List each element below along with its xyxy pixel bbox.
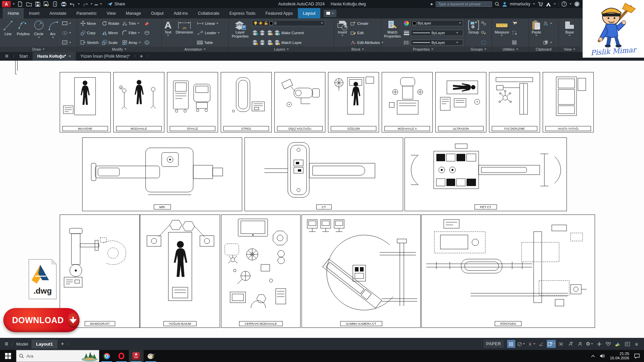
tab-collaborate[interactable]: Collaborate	[193, 8, 224, 18]
annotation-visibility-toggle[interactable]	[567, 340, 575, 348]
ortho-toggle[interactable]	[537, 340, 545, 348]
offset-button[interactable]	[144, 39, 150, 46]
lineweight-combo[interactable]: ByLayer	[411, 30, 463, 36]
layout1-tab[interactable]: Layout1	[32, 340, 58, 349]
feedback-icon[interactable]	[574, 1, 580, 7]
taskbar-chrome[interactable]	[99, 350, 114, 362]
copy-clip-button[interactable]	[543, 39, 552, 46]
polyline-button[interactable]: Polyline	[15, 19, 31, 46]
scale-button[interactable]: Scale	[102, 39, 119, 46]
match-layer-button[interactable]: Match Layer	[252, 39, 332, 46]
speaker-icon[interactable]	[600, 354, 605, 358]
customization-menu[interactable]: ≡	[633, 340, 641, 348]
new-drawing-tab-button[interactable]: +	[136, 52, 147, 61]
paper-space-toggle[interactable]: PAPER	[484, 340, 504, 348]
app-menu-caret-icon[interactable]	[13, 3, 15, 5]
redo-icon[interactable]	[82, 1, 89, 7]
panel-footer-clipboard[interactable]: Clipboard	[529, 47, 558, 52]
drawing-frame-ct[interactable]: CT	[245, 137, 403, 211]
stretch-button[interactable]: Stretch	[80, 39, 99, 46]
panel-footer-annotation[interactable]: Annotation	[162, 47, 228, 52]
move-button[interactable]: Move	[80, 20, 99, 26]
redo-caret-icon[interactable]	[91, 3, 93, 5]
search-expand-icon[interactable]: ▶	[431, 2, 433, 6]
tab-addins[interactable]: Add-ins	[169, 8, 193, 18]
drawing-frame-rontgen[interactable]: RÖNTGEN	[421, 215, 595, 328]
dwg-file-icon[interactable]: .dwg	[27, 259, 57, 301]
ellipse-button[interactable]	[62, 30, 71, 36]
new-file-icon[interactable]	[17, 1, 23, 7]
drawing-frame-yogun-bakim[interactable]: YOĞUN BAKIM	[140, 215, 220, 328]
paste-button[interactable]: Paste	[531, 19, 542, 46]
dimension-button[interactable]: Dimension	[175, 19, 194, 46]
panel-footer-modify[interactable]: Modify	[77, 47, 161, 52]
drawing-frame-cerrahi-mudahale[interactable]: CERRAHİ MÜDAHALE	[221, 215, 301, 328]
annotation-scale-settings[interactable]: ⚙	[585, 340, 594, 348]
text-button[interactable]: A Text	[163, 19, 173, 46]
measure-button[interactable]: Measure	[494, 19, 510, 46]
save-as-icon[interactable]	[43, 1, 50, 7]
selection-cycling-toggle[interactable]	[557, 340, 565, 348]
file-tab-hasta-koltugu[interactable]: Hasta Koltuğu*×	[33, 52, 76, 61]
panel-footer-layers[interactable]: Layers	[229, 47, 334, 52]
help-search-input[interactable]	[436, 1, 492, 7]
quick-select-button[interactable]	[512, 20, 517, 26]
panel-footer-draw[interactable]: Draw	[0, 47, 77, 52]
drawing-frame-faz-derleme[interactable]: FAZ DERLEME	[489, 72, 540, 132]
user-caret-icon[interactable]	[533, 3, 535, 5]
user-name[interactable]: mimarlucky	[510, 2, 530, 6]
download-button[interactable]: DOWNLOAD	[3, 308, 79, 332]
edit-attributes-button[interactable]: Edit Attributes	[351, 39, 383, 46]
object-snap-toggle[interactable]	[547, 340, 556, 348]
panel-footer-view[interactable]: View	[558, 47, 581, 52]
user-avatar-icon[interactable]	[502, 2, 507, 7]
grid-toggle[interactable]	[507, 340, 515, 348]
rectangle-button[interactable]	[62, 20, 71, 26]
ribbon-display-toggle[interactable]	[324, 10, 336, 17]
group-button[interactable]: Group	[467, 19, 480, 46]
drawing-canvas[interactable]: MUAYENE 8 MÜDAHALE DİYALİZ STRES	[0, 61, 644, 338]
drawing-frame-muayene[interactable]: MUAYENE	[60, 72, 111, 132]
mirror-button[interactable]: Mirror	[102, 30, 119, 36]
tab-annotate[interactable]: Annotate	[45, 8, 71, 18]
tab-view[interactable]: View	[102, 8, 121, 18]
drawing-frame-mri[interactable]: MRI	[82, 137, 242, 211]
match-properties-button[interactable]: Match Properties	[383, 19, 402, 46]
taskbar-paint[interactable]	[144, 350, 158, 362]
search-highlight-image[interactable]	[81, 351, 98, 361]
tab-express-tools[interactable]: Express Tools	[224, 8, 261, 18]
search-icon[interactable]	[495, 2, 499, 6]
tab-parametric[interactable]: Parametric	[71, 8, 102, 18]
drawing-frame-gamma-kamera-ct[interactable]: GAMMA KAMERA CT	[302, 215, 421, 328]
layer-properties-button[interactable]: Layer Properties	[230, 19, 250, 46]
drawing-frame-stres[interactable]: STRES	[221, 72, 272, 132]
drawing-frame-gozlem[interactable]: GÖZLEM	[328, 72, 379, 132]
app-menu-button[interactable]: A	[2, 1, 11, 7]
share-button[interactable]: Share	[107, 2, 125, 6]
snap-toggle[interactable]	[517, 340, 526, 348]
drawing-frame-pet-ct[interactable]: PET CT	[405, 137, 567, 211]
action-center-icon[interactable]	[634, 353, 640, 359]
taskbar-search[interactable]	[16, 350, 99, 362]
model-tab[interactable]: Model	[16, 342, 28, 347]
cart-icon[interactable]	[538, 2, 543, 6]
close-tab-icon[interactable]: ×	[69, 54, 71, 59]
object-color-combo[interactable]: ByLayer	[411, 20, 463, 26]
group-edit-button[interactable]	[481, 30, 486, 36]
graphics-performance-toggle[interactable]	[614, 340, 622, 348]
start-button[interactable]	[0, 350, 16, 362]
select-window-button[interactable]	[512, 30, 517, 36]
tray-chevron-icon[interactable]	[591, 355, 595, 357]
trim-button[interactable]: Trim	[122, 20, 141, 26]
help-icon[interactable]: ?	[561, 1, 567, 7]
taskbar-clock[interactable]: 21:25 15.04.2026	[610, 352, 629, 360]
workspace-switching[interactable]	[595, 340, 603, 348]
layout-menu-icon[interactable]: ≡	[5, 341, 8, 348]
layer-select-combo[interactable]: 0	[252, 20, 325, 26]
drawing-frame-hasta-yatagi[interactable]: HASTA YATAĞI	[543, 72, 594, 132]
linetype-combo[interactable]: ByLayer	[411, 40, 463, 46]
taskbar-autocad[interactable]: ACAD	[129, 350, 144, 362]
undo-caret-icon[interactable]	[78, 3, 80, 5]
line-button[interactable]: Line	[2, 19, 14, 46]
autodesk-caret-icon[interactable]	[554, 3, 556, 5]
